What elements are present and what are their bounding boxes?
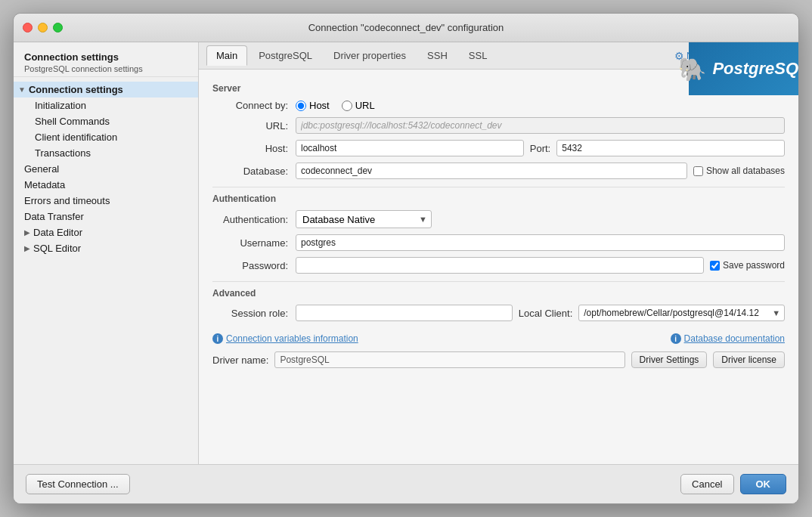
username-input[interactable] (296, 234, 785, 251)
host-port-group: Port: (296, 140, 785, 156)
section-divider-1 (212, 187, 785, 187)
sidebar-item-label: Transactions (35, 147, 91, 159)
window-title: Connection "codeconnect_dev" configurati… (308, 22, 504, 33)
sidebar-item-initialization[interactable]: Initialization (14, 98, 198, 113)
password-label: Password: (212, 260, 296, 271)
sidebar-item-general[interactable]: General (14, 161, 198, 177)
sidebar-item-client-identification[interactable]: Client identification (14, 129, 198, 145)
maximize-button[interactable] (53, 23, 63, 33)
driver-row: Driver name: Driver Settings Driver lice… (212, 351, 785, 368)
sidebar-item-transactions[interactable]: Transactions (14, 145, 198, 161)
tab-main[interactable]: Main (206, 45, 247, 66)
footer-right: Cancel OK (680, 474, 786, 494)
host-label: Host: (212, 143, 296, 154)
username-label: Username: (212, 237, 296, 249)
password-input[interactable] (296, 257, 704, 274)
auth-type-row: Authentication: Database Native ▼ (212, 210, 785, 228)
sidebar-tree: ▼ Connection settings Initialization She… (14, 77, 198, 464)
main-window: Connection "codeconnect_dev" configurati… (13, 13, 799, 504)
sidebar-item-label: Client identification (35, 132, 117, 143)
save-password-label[interactable]: Save password (710, 260, 785, 271)
local-client-dropdown-icon: ▼ (772, 308, 780, 317)
form-content: Server Connect by: Host URL (199, 70, 798, 464)
driver-settings-button[interactable]: Driver Settings (631, 351, 708, 368)
url-input[interactable] (296, 117, 785, 134)
port-label: Port: (530, 143, 550, 154)
radio-host-label: Host (309, 100, 330, 111)
sidebar-item-label: General (24, 163, 59, 175)
database-group: Show all databases (296, 163, 785, 179)
tab-ssh[interactable]: SSH (417, 45, 457, 66)
sidebar-item-label: Initialization (35, 100, 86, 111)
show-all-databases-checkbox[interactable] (693, 166, 703, 176)
host-input[interactable] (296, 140, 524, 156)
sidebar-item-label: Shell Commands (35, 116, 110, 127)
database-input[interactable] (296, 163, 687, 179)
radio-host-option[interactable]: Host (296, 100, 330, 111)
sidebar-item-label: Data Transfer (24, 211, 84, 222)
url-label: URL: (212, 120, 296, 132)
driver-name-label: Driver name: (212, 354, 268, 366)
sidebar-item-label: Errors and timeouts (24, 195, 110, 206)
sidebar-item-errors-timeouts[interactable]: Errors and timeouts (14, 193, 198, 209)
username-row: Username: (212, 234, 785, 251)
driver-name-input[interactable] (274, 351, 624, 368)
database-label: Database: (212, 166, 296, 177)
save-password-checkbox[interactable] (710, 261, 720, 271)
local-client-label: Local Client: (519, 308, 573, 319)
tab-driver-properties[interactable]: Driver properties (324, 45, 416, 66)
close-button[interactable] (23, 23, 33, 33)
session-role-input[interactable] (296, 305, 513, 321)
sidebar-item-data-transfer[interactable]: Data Transfer (14, 209, 198, 224)
minimize-button[interactable] (38, 23, 48, 33)
auth-select[interactable]: Database Native (296, 210, 432, 228)
tab-ssl[interactable]: SSL (459, 45, 497, 66)
sidebar-header-sub: PostgreSQL connection settings (24, 64, 188, 73)
sidebar-item-data-editor[interactable]: ▶ Data Editor (14, 224, 198, 240)
sidebar-header: Connection settings PostgreSQL connectio… (14, 42, 198, 77)
expand-icon: ▶ (24, 228, 30, 237)
port-input[interactable] (556, 140, 785, 156)
sidebar-header-title: Connection settings (24, 51, 188, 63)
connect-by-radio-group: Host URL (296, 100, 375, 111)
cancel-button[interactable]: Cancel (680, 474, 733, 494)
ok-button[interactable]: OK (740, 474, 787, 494)
links-row: i Connection variables information i Dat… (212, 333, 785, 344)
pg-icon: 🐘 (678, 56, 706, 82)
advanced-section-header: Advanced (212, 288, 785, 299)
sidebar-item-label: Data Editor (33, 227, 82, 238)
sidebar-item-shell-commands[interactable]: Shell Commands (14, 113, 198, 129)
radio-url-option[interactable]: URL (342, 100, 375, 111)
sidebar-item-sql-editor[interactable]: ▶ SQL Editor (14, 240, 198, 256)
radio-url-input[interactable] (342, 101, 352, 111)
tab-postgresql[interactable]: PostgreSQL (249, 45, 322, 66)
sidebar-item-label: Metadata (24, 179, 65, 190)
content-area: Connection settings PostgreSQL connectio… (14, 42, 798, 464)
conn-vars-link[interactable]: i Connection variables information (212, 333, 358, 344)
host-row: Host: Port: (212, 140, 785, 156)
session-role-label: Session role: (212, 308, 296, 319)
section-divider-2 (212, 281, 785, 282)
auth-select-wrapper: Database Native ▼ (296, 210, 432, 228)
radio-host-input[interactable] (296, 101, 306, 111)
password-row: Password: Save password (212, 257, 785, 274)
postgresql-logo-area: 🐘 PostgreSQL (689, 42, 798, 95)
sidebar-item-metadata[interactable]: Metadata (14, 177, 198, 193)
test-connection-button[interactable]: Test Connection ... (26, 474, 130, 494)
local-client-input[interactable] (578, 305, 785, 321)
expand-icon: ▶ (24, 244, 30, 252)
auth-section-header: Authentication (212, 193, 785, 204)
url-row: URL: (212, 117, 785, 134)
session-local-row: Session role: Local Client: ▼ (212, 305, 785, 321)
db-docs-link[interactable]: i Database documentation (671, 333, 785, 344)
expand-icon: ▼ (18, 85, 26, 94)
sidebar: Connection settings PostgreSQL connectio… (14, 42, 199, 464)
driver-license-button[interactable]: Driver license (713, 351, 785, 368)
connect-by-row: Connect by: Host URL (212, 100, 785, 111)
conn-vars-info-icon: i (212, 333, 223, 344)
sidebar-item-connection-settings[interactable]: ▼ Connection settings (14, 82, 198, 98)
connect-by-label: Connect by: (212, 100, 296, 111)
main-panel: 🐘 PostgreSQL Main PostgreSQL Driver prop… (199, 42, 798, 464)
sidebar-item-label: SQL Editor (33, 243, 81, 254)
show-all-databases-label[interactable]: Show all databases (693, 166, 785, 176)
